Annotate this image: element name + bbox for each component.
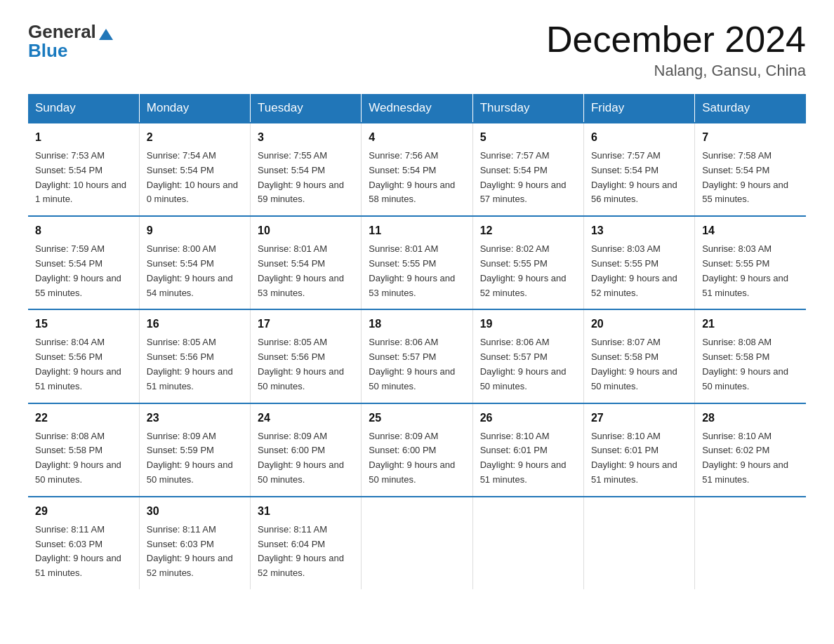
day-info: Sunrise: 8:09 AMSunset: 6:00 PMDaylight:… — [258, 429, 354, 488]
day-info: Sunrise: 8:01 AMSunset: 5:55 PMDaylight:… — [369, 242, 465, 300]
day-info: Sunrise: 7:54 AMSunset: 5:54 PMDaylight:… — [147, 149, 243, 207]
day-number: 28 — [702, 410, 799, 427]
calendar-cell — [472, 497, 583, 589]
calendar-cell: 21Sunrise: 8:08 AMSunset: 5:58 PMDayligh… — [695, 309, 806, 403]
week-row-2: 15Sunrise: 8:04 AMSunset: 5:56 PMDayligh… — [28, 309, 806, 403]
day-info: Sunrise: 8:06 AMSunset: 5:57 PMDaylight:… — [369, 335, 465, 394]
day-number: 29 — [35, 503, 132, 520]
day-number: 11 — [369, 222, 465, 239]
day-info: Sunrise: 8:01 AMSunset: 5:54 PMDaylight:… — [258, 242, 354, 300]
logo: General Blue — [28, 21, 113, 62]
day-info: Sunrise: 8:10 AMSunset: 6:01 PMDaylight:… — [591, 429, 687, 488]
day-number: 9 — [147, 222, 243, 239]
day-number: 13 — [591, 222, 687, 239]
week-row-3: 22Sunrise: 8:08 AMSunset: 5:58 PMDayligh… — [28, 403, 806, 497]
day-info: Sunrise: 8:09 AMSunset: 6:00 PMDaylight:… — [369, 429, 465, 488]
calendar-cell: 23Sunrise: 8:09 AMSunset: 5:59 PMDayligh… — [139, 403, 250, 497]
calendar-cell: 15Sunrise: 8:04 AMSunset: 5:56 PMDayligh… — [28, 309, 139, 403]
day-number: 3 — [258, 129, 354, 146]
calendar-cell: 10Sunrise: 8:01 AMSunset: 5:54 PMDayligh… — [251, 216, 362, 309]
day-number: 17 — [258, 316, 354, 333]
col-wednesday: Wednesday — [362, 94, 472, 123]
calendar-cell: 14Sunrise: 8:03 AMSunset: 5:55 PMDayligh… — [695, 216, 806, 309]
calendar-cell: 13Sunrise: 8:03 AMSunset: 5:55 PMDayligh… — [583, 216, 694, 309]
calendar-cell: 20Sunrise: 8:07 AMSunset: 5:58 PMDayligh… — [583, 309, 694, 403]
day-number: 30 — [147, 503, 243, 520]
day-info: Sunrise: 7:53 AMSunset: 5:54 PMDaylight:… — [35, 149, 132, 207]
day-number: 18 — [369, 316, 465, 333]
day-info: Sunrise: 8:05 AMSunset: 5:56 PMDaylight:… — [258, 335, 354, 394]
day-info: Sunrise: 7:57 AMSunset: 5:54 PMDaylight:… — [480, 149, 576, 207]
calendar-cell: 22Sunrise: 8:08 AMSunset: 5:58 PMDayligh… — [28, 403, 139, 497]
day-number: 22 — [35, 410, 132, 427]
day-info: Sunrise: 7:58 AMSunset: 5:54 PMDaylight:… — [702, 149, 799, 207]
page-header: General Blue December 2024 Nalang, Gansu… — [28, 21, 806, 80]
calendar-cell: 3Sunrise: 7:55 AMSunset: 5:54 PMDaylight… — [251, 123, 362, 216]
day-info: Sunrise: 8:10 AMSunset: 6:01 PMDaylight:… — [480, 429, 576, 488]
title-section: December 2024 Nalang, Gansu, China — [546, 21, 806, 80]
day-info: Sunrise: 8:03 AMSunset: 5:55 PMDaylight:… — [702, 242, 799, 300]
calendar-cell: 17Sunrise: 8:05 AMSunset: 5:56 PMDayligh… — [251, 309, 362, 403]
calendar-cell: 26Sunrise: 8:10 AMSunset: 6:01 PMDayligh… — [472, 403, 583, 497]
day-info: Sunrise: 8:04 AMSunset: 5:56 PMDaylight:… — [35, 335, 132, 394]
logo-icon: General Blue — [28, 21, 113, 62]
col-thursday: Thursday — [472, 94, 583, 123]
day-info: Sunrise: 8:10 AMSunset: 6:02 PMDaylight:… — [702, 429, 799, 488]
day-info: Sunrise: 7:59 AMSunset: 5:54 PMDaylight:… — [35, 242, 132, 300]
calendar-cell: 2Sunrise: 7:54 AMSunset: 5:54 PMDaylight… — [139, 123, 250, 216]
day-info: Sunrise: 7:55 AMSunset: 5:54 PMDaylight:… — [258, 149, 354, 207]
week-row-1: 8Sunrise: 7:59 AMSunset: 5:54 PMDaylight… — [28, 216, 806, 309]
day-info: Sunrise: 8:02 AMSunset: 5:55 PMDaylight:… — [480, 242, 576, 300]
day-number: 1 — [35, 129, 132, 146]
calendar-cell: 28Sunrise: 8:10 AMSunset: 6:02 PMDayligh… — [695, 403, 806, 497]
calendar-cell: 29Sunrise: 8:11 AMSunset: 6:03 PMDayligh… — [28, 497, 139, 589]
day-info: Sunrise: 8:11 AMSunset: 6:04 PMDaylight:… — [258, 523, 354, 581]
calendar-cell — [583, 497, 694, 589]
calendar-cell: 12Sunrise: 8:02 AMSunset: 5:55 PMDayligh… — [472, 216, 583, 309]
day-number: 8 — [35, 222, 132, 239]
calendar-cell: 6Sunrise: 7:57 AMSunset: 5:54 PMDaylight… — [583, 123, 694, 216]
day-number: 19 — [480, 316, 576, 333]
day-info: Sunrise: 8:11 AMSunset: 6:03 PMDaylight:… — [147, 523, 243, 581]
day-number: 12 — [480, 222, 576, 239]
day-number: 25 — [369, 410, 465, 427]
col-saturday: Saturday — [695, 94, 806, 123]
calendar-cell: 19Sunrise: 8:06 AMSunset: 5:57 PMDayligh… — [472, 309, 583, 403]
day-number: 31 — [258, 503, 354, 520]
calendar-cell: 30Sunrise: 8:11 AMSunset: 6:03 PMDayligh… — [139, 497, 250, 589]
day-number: 14 — [702, 222, 799, 239]
day-number: 20 — [591, 316, 687, 333]
logo-blue-text: Blue — [28, 40, 67, 62]
day-info: Sunrise: 7:57 AMSunset: 5:54 PMDaylight:… — [591, 149, 687, 207]
day-number: 6 — [591, 129, 687, 146]
logo-triangle-icon — [99, 29, 113, 40]
calendar-body: 1Sunrise: 7:53 AMSunset: 5:54 PMDaylight… — [28, 123, 806, 589]
day-number: 24 — [258, 410, 354, 427]
calendar-cell: 9Sunrise: 8:00 AMSunset: 5:54 PMDaylight… — [139, 216, 250, 309]
day-number: 26 — [480, 410, 576, 427]
col-tuesday: Tuesday — [251, 94, 362, 123]
calendar-cell: 24Sunrise: 8:09 AMSunset: 6:00 PMDayligh… — [251, 403, 362, 497]
day-number: 4 — [369, 129, 465, 146]
calendar-cell: 31Sunrise: 8:11 AMSunset: 6:04 PMDayligh… — [251, 497, 362, 589]
col-sunday: Sunday — [28, 94, 139, 123]
calendar-cell: 25Sunrise: 8:09 AMSunset: 6:00 PMDayligh… — [362, 403, 472, 497]
calendar-cell: 7Sunrise: 7:58 AMSunset: 5:54 PMDaylight… — [695, 123, 806, 216]
header-row: Sunday Monday Tuesday Wednesday Thursday… — [28, 94, 806, 123]
day-number: 27 — [591, 410, 687, 427]
day-info: Sunrise: 8:11 AMSunset: 6:03 PMDaylight:… — [35, 523, 132, 581]
day-info: Sunrise: 8:08 AMSunset: 5:58 PMDaylight:… — [35, 429, 132, 488]
calendar-cell: 8Sunrise: 7:59 AMSunset: 5:54 PMDaylight… — [28, 216, 139, 309]
day-info: Sunrise: 8:09 AMSunset: 5:59 PMDaylight:… — [147, 429, 243, 488]
day-info: Sunrise: 8:08 AMSunset: 5:58 PMDaylight:… — [702, 335, 799, 394]
day-number: 7 — [702, 129, 799, 146]
week-row-0: 1Sunrise: 7:53 AMSunset: 5:54 PMDaylight… — [28, 123, 806, 216]
day-info: Sunrise: 8:06 AMSunset: 5:57 PMDaylight:… — [480, 335, 576, 394]
day-info: Sunrise: 8:00 AMSunset: 5:54 PMDaylight:… — [147, 242, 243, 300]
day-number: 15 — [35, 316, 132, 333]
calendar-table: Sunday Monday Tuesday Wednesday Thursday… — [28, 94, 806, 589]
calendar-cell: 11Sunrise: 8:01 AMSunset: 5:55 PMDayligh… — [362, 216, 472, 309]
col-friday: Friday — [583, 94, 694, 123]
day-number: 5 — [480, 129, 576, 146]
day-number: 23 — [147, 410, 243, 427]
